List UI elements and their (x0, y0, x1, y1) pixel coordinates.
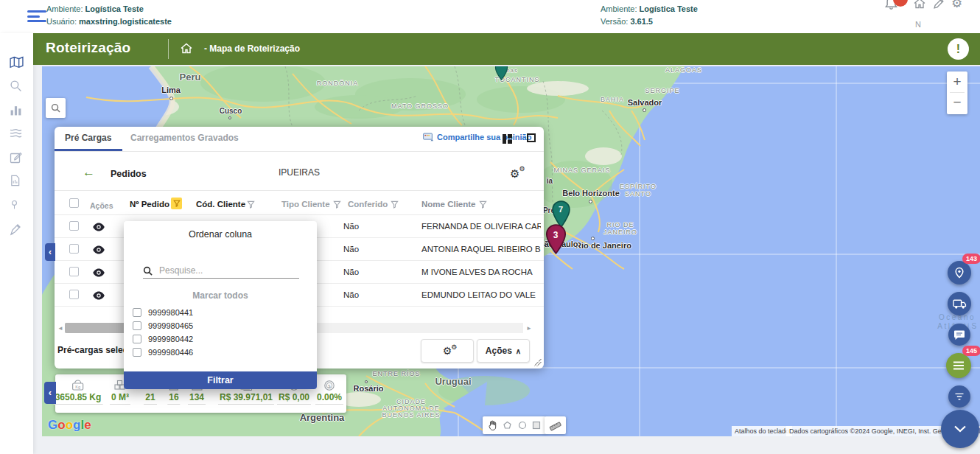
active-tab-underline (55, 149, 122, 151)
option-checkbox[interactable] (133, 308, 141, 317)
ruler-icon (549, 420, 561, 431)
conferido-cell: Não (343, 222, 359, 231)
sidebar-item-flows[interactable] (10, 128, 24, 142)
keyboard-shortcuts-link[interactable]: Atalhos do teclado (732, 426, 792, 436)
view-eye-icon[interactable] (93, 221, 105, 234)
draw-circle-icon[interactable] (518, 421, 527, 430)
ambiente2-value: Logística Teste (640, 4, 698, 13)
gear-icon[interactable]: ⚙ (951, 0, 962, 10)
fab-chat[interactable] (948, 324, 970, 346)
sidebar-item-pin[interactable] (10, 200, 24, 214)
share-feedback-label: Compartilhe sua opinião (437, 133, 531, 142)
nome-cell: EDMUNDO LEITAO DO VALE (421, 290, 536, 299)
dashboard-view-icon[interactable] (503, 133, 512, 147)
panel-resize-handle[interactable] (534, 359, 542, 366)
conferido-filter-icon[interactable] (391, 200, 399, 209)
column-tipo-cliente[interactable]: Tipo Cliente (281, 200, 330, 209)
map-search-box[interactable] (46, 98, 66, 118)
hamburger-menu-icon[interactable] (27, 10, 46, 25)
pedido-filter-active-icon[interactable] (171, 198, 182, 209)
option-checkbox[interactable] (133, 348, 141, 357)
filter-option[interactable]: 9999980442 (133, 335, 193, 343)
fab-expand[interactable] (941, 410, 979, 448)
filter-option[interactable]: 9999980441 (133, 308, 193, 317)
pencil-icon[interactable] (934, 0, 945, 12)
column-nome-cliente[interactable]: Nome Cliente (421, 200, 476, 209)
chevron-down-icon (953, 425, 967, 433)
view-eye-icon[interactable] (93, 244, 105, 257)
nome-cliente-filter-icon[interactable] (479, 200, 487, 209)
table-settings-icon[interactable]: ⚙⚙ (510, 167, 519, 181)
fab-list[interactable] (946, 353, 971, 378)
list-badge: 145 (962, 346, 980, 356)
sidebar-item-document[interactable] (10, 175, 24, 189)
filter-option[interactable]: 9999980465 (133, 321, 193, 330)
metric-percent: $ 0.00% (315, 377, 343, 405)
row-checkbox[interactable] (69, 221, 79, 231)
view-eye-icon[interactable] (93, 290, 105, 303)
maximize-icon[interactable] (527, 133, 536, 142)
sidebar-item-tools[interactable] (10, 223, 24, 237)
settings-button[interactable]: ⚙⚙ (421, 339, 474, 363)
search-icon (51, 103, 60, 113)
tab-carregamentos-gravados[interactable]: Carregamentos Gravados (130, 133, 239, 143)
measure-ruler-button[interactable] (545, 416, 566, 434)
sidebar-item-reports[interactable] (10, 104, 24, 118)
select-all-checkbox[interactable] (69, 198, 79, 208)
fab-truck[interactable] (948, 292, 971, 315)
share-feedback-link[interactable]: Compartilhe sua opinião (423, 133, 531, 142)
zoom-out-button[interactable]: − (947, 93, 967, 114)
app-screen: Ambiente: Logística Teste Usuário: maxst… (0, 0, 980, 454)
row-checkbox[interactable] (69, 244, 79, 254)
draw-polygon-icon[interactable] (503, 421, 512, 430)
version-info: Ambiente: Logística Teste Versão: 3.61.5 (601, 3, 698, 27)
row-checkbox[interactable] (69, 267, 79, 276)
map-pin-palmas[interactable] (494, 66, 508, 80)
option-checkbox[interactable] (133, 335, 141, 343)
alert-button[interactable]: ! (948, 38, 969, 60)
home-shortcut-icon[interactable] (914, 0, 925, 12)
breadcrumb-home-icon[interactable] (181, 43, 192, 57)
filtrar-button[interactable]: Filtrar (124, 371, 317, 389)
sidebar-item-map[interactable] (10, 56, 24, 70)
user-initial[interactable]: N (915, 20, 921, 29)
back-button[interactable]: ← (83, 165, 95, 180)
pan-hand-icon[interactable] (488, 420, 497, 430)
google-letter: G (48, 418, 57, 432)
column-acoes: Ações (90, 201, 113, 210)
map-label-buenos-aires: BUENOS AIRES (382, 411, 440, 419)
zoom-in-button[interactable]: + (947, 71, 967, 92)
percent-coin-icon: $ (315, 377, 343, 391)
filter-search-input[interactable] (158, 265, 286, 276)
pin-7-count: 7 (559, 205, 563, 214)
list-icon (953, 361, 965, 370)
view-eye-icon[interactable] (93, 267, 105, 280)
column-pedido[interactable]: Nº Pedido (130, 200, 169, 209)
truck-icon (953, 298, 967, 310)
tipo-cliente-filter-icon[interactable] (333, 200, 341, 209)
metric-weight: Kg 3650.85 Kg (54, 377, 103, 405)
filter-option[interactable]: 9999980446 (133, 348, 193, 357)
column-conferido[interactable]: Conferido (348, 200, 388, 209)
cusco-dot (228, 116, 231, 119)
scroll-left-arrow[interactable]: ◄ (57, 325, 63, 332)
select-all-label[interactable]: Marcar todos (124, 290, 317, 301)
stats-collapse-button[interactable]: ‹ (44, 382, 56, 404)
cod-cliente-filter-icon[interactable] (247, 200, 255, 209)
scroll-right-arrow[interactable]: ► (526, 325, 532, 332)
column-cod-cliente[interactable]: Cód. Cliente (196, 200, 245, 209)
fab-locations[interactable] (948, 261, 971, 284)
panel-collapse-button[interactable]: ‹ (45, 243, 55, 261)
pin-3-count: 3 (553, 230, 559, 240)
sidebar-item-edit[interactable] (10, 151, 24, 165)
nome-cell: ANTONIA RAQUEL RIBEIRO BOM (421, 245, 541, 254)
feedback-icon (423, 133, 434, 142)
sidebar-item-search[interactable] (10, 80, 24, 94)
option-checkbox[interactable] (133, 321, 141, 330)
fab-filter[interactable] (948, 385, 970, 408)
tab-pre-cargas[interactable]: Pré Cargas (65, 133, 111, 143)
draw-rectangle-icon[interactable] (532, 421, 541, 430)
row-checkbox[interactable] (69, 290, 79, 299)
acoes-button[interactable]: Ações ∧ (477, 339, 530, 363)
map-label-brasilia-fragment: ia (547, 177, 553, 185)
